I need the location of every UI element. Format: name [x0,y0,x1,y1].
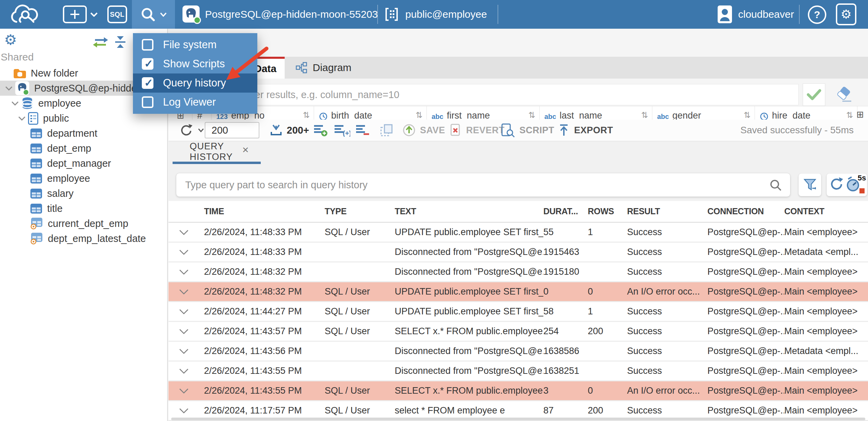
row-expand-button[interactable] [168,408,204,413]
sort-icon[interactable]: ⇅ [641,110,648,120]
history-filter-button[interactable] [799,174,821,196]
help-button[interactable]: ? [808,5,826,24]
menu-item-file-system[interactable]: File system [133,35,257,54]
horizontal-scrollbar[interactable] [171,418,865,420]
user-avatar-icon[interactable] [717,0,733,29]
header-text[interactable]: TEXT [395,206,543,216]
sort-icon[interactable]: ⇅ [846,110,853,120]
chevron-down-icon[interactable] [3,86,15,91]
row-expand-button[interactable] [168,329,204,334]
new-connection-button[interactable] [63,5,87,23]
tools-dropdown-menu: File system Show Scripts Query history L… [133,33,257,114]
history-row[interactable]: 2/26/2024, 11:43:57 PM SQL / User SELECT… [168,322,868,342]
sort-icon[interactable]: ⇅ [528,110,535,120]
header-connection[interactable]: CONNECTION [707,206,784,216]
postgresql-connection-icon[interactable] [182,5,200,23]
row-expand-button[interactable] [168,249,204,255]
history-row[interactable]: 2/26/2024, 11:44:27 PM SQL / User UPDATE… [168,302,868,322]
delete-row-button[interactable] [355,120,370,141]
tree-item-view[interactable]: current_dept_emp [0,216,167,231]
duplicate-button[interactable] [380,120,394,141]
tree-item-table[interactable]: dept_manager [0,156,167,171]
save-button[interactable]: SAVE [402,120,445,141]
add-row-button[interactable] [313,120,328,141]
schema-icon[interactable] [384,0,399,29]
header-time[interactable]: TIME [204,206,325,216]
grid-column-first-name[interactable]: abc first_name ⇅ [427,106,540,120]
schema-breadcrumb[interactable]: public@employee [405,0,487,29]
fetch-more-button[interactable]: 200+ [270,120,309,141]
script-button[interactable]: SCRIPT [500,120,554,141]
grid-column-hire-date[interactable]: hire_date ⇅ [755,106,857,120]
duplicate-row-plus-button[interactable]: (+) [334,120,350,141]
header-duration[interactable]: DURAT... [543,206,588,216]
history-row[interactable]: 2/26/2024, 11:48:32 PM SQL / User UPDATE… [168,282,868,302]
tree-item-table[interactable]: salary [0,186,167,201]
object-tab-header-area [168,29,868,57]
clear-filter-button[interactable] [834,87,853,104]
grid-column-last-name[interactable]: abc last_name ⇅ [540,106,652,120]
history-refresh-button[interactable] [829,177,844,193]
sort-icon[interactable]: ⇅ [303,110,310,120]
tree-item-table[interactable]: department [0,126,167,141]
postgresql-icon [15,81,29,95]
sidebar-settings-button[interactable]: ⚙ [4,31,17,48]
history-search-input[interactable] [176,173,790,197]
history-search [176,173,790,197]
new-connection-chevron-icon[interactable] [90,0,98,29]
settings-button[interactable]: ⚙ [836,3,856,25]
export-button[interactable]: EXPORT [558,120,613,141]
cloudbeaver-logo-icon[interactable] [8,0,40,29]
menu-item-log-viewer[interactable]: Log Viewer [133,93,257,112]
history-row[interactable]: 2/26/2024, 11:48:32 PM Disconnected from… [168,262,868,282]
sync-connection-button[interactable] [92,36,109,50]
tools-menu-button[interactable] [132,0,175,29]
row-expand-button[interactable] [168,349,204,354]
tree-item-table[interactable]: employee [0,171,167,186]
history-row[interactable]: 2/26/2024, 11:43:56 PM Disconnected from… [168,342,868,362]
row-expand-button[interactable] [168,269,204,275]
sort-icon[interactable]: ⇅ [744,110,750,120]
header-result[interactable]: RESULT [627,206,707,216]
tree-item-table[interactable]: dept_emp [0,141,167,156]
row-expand-button[interactable] [168,230,204,235]
grid-column-gender[interactable]: abc gender ⇅ [652,106,755,120]
history-row[interactable]: 2/26/2024, 11:48:33 PM SQL / User UPDATE… [168,223,868,243]
sql-editor-button[interactable]: SQL [107,5,127,23]
history-row[interactable]: 2/26/2024, 11:48:33 PM Disconnected from… [168,243,868,262]
row-expand-button[interactable] [168,289,204,295]
apply-filter-button[interactable] [803,83,825,106]
row-limit-input[interactable] [205,122,259,138]
menu-item-show-scripts[interactable]: Show Scripts [133,54,257,73]
connection-status-dot [193,16,201,24]
row-expand-button[interactable] [168,368,204,374]
header-context[interactable]: CONTEXT [784,206,868,216]
row-expand-button[interactable] [168,309,204,314]
sort-icon[interactable]: ⇅ [416,110,422,120]
menu-item-query-history[interactable]: Query history [133,73,257,93]
header-rows[interactable]: ROWS [588,206,627,216]
cell-result: Success [627,227,707,237]
connection-breadcrumb[interactable]: PostgreSQL@ep-hidden-moon-55203 [205,0,378,29]
tab-diagram[interactable]: Diagram [285,57,362,79]
header-type[interactable]: TYPE [325,206,395,216]
user-menu[interactable]: cloudbeaver [738,0,794,29]
tree-item-table[interactable]: title [0,201,167,216]
auto-refresh-timer-button[interactable]: 5s [846,176,865,194]
filter-expression-input[interactable] [175,84,799,105]
close-panel-button[interactable]: × [242,144,249,155]
row-expand-button[interactable] [168,388,204,394]
grid-column-picker-icon[interactable]: ⊞ [856,109,864,120]
chevron-down-icon[interactable] [16,116,28,121]
cell-rows: 200 [588,405,627,416]
history-row[interactable]: 2/26/2024, 11:43:55 PM SQL / User SELECT… [168,381,868,401]
cell-context: Main <employee> [784,267,868,277]
chevron-down-icon[interactable] [9,101,21,106]
tree-item-view[interactable]: dept_emp_latest_date [0,231,167,246]
collapse-all-button[interactable] [113,36,127,50]
cell-duration: 1638251 [543,366,588,376]
refresh-button[interactable] [179,120,204,141]
history-row[interactable]: 2/26/2024, 11:43:55 PM Disconnected from… [168,362,868,381]
grid-column-birth-date[interactable]: birth_date ⇅ [314,106,427,120]
revert-button[interactable]: REVERT [449,120,505,141]
